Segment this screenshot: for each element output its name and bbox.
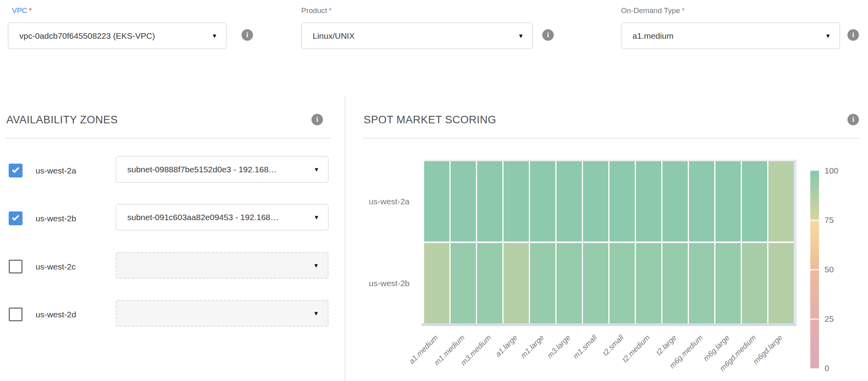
az-checkbox-us-west-2c[interactable] [9, 260, 23, 273]
heatmap-cell-us-west-2a-t2.large[interactable] [662, 161, 688, 241]
subnet-select-value: subnet-091c603aa82e09453 - 192.168… [116, 213, 313, 222]
spot-market-info-icon[interactable]: i [847, 114, 859, 125]
info-glyph: i [316, 115, 318, 124]
heatmap-cell-us-west-2a-m6gd.medium[interactable] [742, 161, 767, 241]
ondemand-type-label: On-Demand Type* [621, 6, 685, 15]
az-row: us-west-2b subnet-091c603aa82e09453 - 19… [0, 204, 340, 233]
legend-label: 25 [825, 314, 834, 324]
availability-zones-info-icon[interactable]: i [311, 114, 323, 125]
az-row: us-west-2d ▼ [0, 300, 340, 329]
panel-divider [345, 96, 345, 381]
heatmap-legend-bar [810, 171, 819, 368]
vpc-select-value: vpc-0adcb70f645508223 (EKS-VPC) [8, 31, 211, 41]
ondemand-type-info-icon[interactable]: i [847, 29, 859, 41]
info-glyph: i [246, 31, 248, 39]
heatmap-cell-us-west-2b-m3.large[interactable] [557, 243, 582, 323]
info-glyph: i [852, 115, 854, 124]
heatmap-cell-us-west-2a-m1.large[interactable] [530, 161, 555, 241]
heatmap-cell-us-west-2b-t2.small[interactable] [609, 243, 635, 323]
legend-label: 100 [825, 166, 838, 175]
heatmap-cell-us-west-2b-a1.large[interactable] [504, 243, 529, 323]
legend-label: 0 [825, 364, 829, 373]
legend-tick [810, 220, 819, 221]
availability-zones-divider [6, 138, 330, 138]
vpc-label: VPC* [12, 6, 32, 15]
legend-tick [810, 319, 819, 320]
page: VPC* vpc-0adcb70f645508223 (EKS-VPC) ▼ i… [0, 0, 868, 381]
spot-market-divider [363, 138, 861, 138]
chevron-down-icon: ▼ [313, 262, 319, 268]
az-row: us-west-2c ▼ [0, 252, 340, 281]
legend-label: 50 [825, 265, 834, 274]
heatmap-scrollbar-track[interactable] [421, 323, 796, 326]
heatmap-cell-us-west-2a-m1.medium[interactable] [451, 161, 476, 241]
heatmap-cell-us-west-2a-m1.small[interactable] [583, 161, 608, 241]
subnet-select-us-west-2a[interactable]: subnet-09888f7be5152d0e3 - 192.168… ▼ [116, 156, 328, 183]
heatmap-cell-us-west-2b-m6gd.medium[interactable] [742, 243, 767, 323]
az-checkbox-us-west-2d[interactable] [9, 307, 23, 321]
product-label: Product* [301, 6, 332, 15]
required-asterisk: * [682, 6, 685, 15]
subnet-select-us-west-2c[interactable]: ▼ [116, 252, 328, 279]
heatmap-cell-us-west-2a-t2.small[interactable] [609, 161, 635, 241]
heatmap-cell-us-west-2a-a1.medium[interactable] [424, 161, 449, 241]
legend-tick [810, 269, 819, 270]
ondemand-type-select-value: a1.medium [621, 31, 825, 41]
chevron-down-icon: ▼ [518, 33, 524, 39]
az-row: us-west-2a subnet-09888f7be5152d0e3 - 19… [0, 156, 340, 185]
heatmap-cell-us-west-2a-a1.large[interactable] [504, 161, 529, 241]
required-asterisk: * [29, 6, 32, 15]
product-label-text: Product [301, 6, 327, 15]
subnet-select-us-west-2d[interactable]: ▼ [116, 300, 328, 326]
az-zone-label: us-west-2b [36, 204, 76, 233]
required-asterisk: * [328, 6, 331, 15]
heatmap-cell-us-west-2b-m3.medium[interactable] [477, 243, 502, 323]
az-zone-label: us-west-2d [36, 300, 76, 329]
availability-zones-title: AVAILABILITY ZONES [6, 114, 118, 126]
heatmap-column-labels: a1.mediumm1.mediumm3.mediuma1.largem1.la… [424, 327, 794, 381]
chevron-down-icon: ▼ [313, 214, 319, 220]
chevron-down-icon: ▼ [825, 33, 831, 39]
heatmap-cell-us-west-2b-m1.small[interactable] [583, 243, 608, 323]
heatmap-cell-us-west-2a-t2.medium[interactable] [636, 161, 661, 241]
subnet-select-us-west-2b[interactable]: subnet-091c603aa82e09453 - 192.168… ▼ [116, 204, 328, 230]
ondemand-type-select[interactable]: a1.medium ▼ [621, 23, 840, 49]
product-info-icon[interactable]: i [542, 29, 554, 41]
checkmark-icon [12, 166, 19, 173]
vpc-label-text: VPC [12, 6, 27, 15]
info-glyph: i [547, 31, 549, 39]
az-checkbox-us-west-2a[interactable] [9, 164, 23, 177]
az-zone-label: us-west-2c [36, 252, 76, 281]
checkmark-icon [12, 213, 19, 221]
product-select[interactable]: Linux/UNIX ▼ [301, 23, 533, 49]
heatmap-frame-right [794, 160, 796, 326]
heatmap-row-label: us-west-2b [348, 243, 415, 323]
heatmap-cell-us-west-2b-t2.medium[interactable] [636, 243, 661, 323]
heatmap-cell-us-west-2b-m6g.medium[interactable] [689, 243, 714, 323]
az-checkbox-us-west-2b[interactable] [9, 211, 23, 225]
vpc-info-icon[interactable]: i [242, 29, 253, 41]
heatmap-row-label: us-west-2a [348, 161, 415, 241]
heatmap-cell-us-west-2a-m3.medium[interactable] [477, 161, 502, 241]
heatmap-grid [424, 161, 794, 323]
heatmap-cell-us-west-2a-m6gd.large[interactable] [768, 161, 794, 241]
product-select-value: Linux/UNIX [302, 31, 518, 41]
info-glyph: i [852, 31, 854, 39]
heatmap-cell-us-west-2b-m1.medium[interactable] [451, 243, 476, 323]
vpc-select[interactable]: vpc-0adcb70f645508223 (EKS-VPC) ▼ [8, 23, 226, 49]
heatmap-cell-us-west-2a-m3.large[interactable] [557, 161, 582, 241]
heatmap-cell-us-west-2b-m6g.large[interactable] [715, 243, 741, 323]
heatmap-cell-us-west-2a-m6g.large[interactable] [715, 161, 741, 241]
heatmap-cell-us-west-2b-t2.large[interactable] [662, 243, 688, 323]
heatmap-cell-us-west-2a-m6g.medium[interactable] [689, 161, 714, 241]
spot-market-title: SPOT MARKET SCORING [364, 114, 496, 126]
heatmap-cell-us-west-2b-m6gd.large[interactable] [768, 243, 794, 323]
heatmap-cell-us-west-2b-m1.large[interactable] [530, 243, 555, 323]
heatmap-row-labels: us-west-2aus-west-2b [348, 161, 415, 323]
heatmap-column-slot: m6gd.large [768, 327, 794, 381]
chevron-down-icon: ▼ [313, 310, 319, 316]
ondemand-type-label-text: On-Demand Type [621, 6, 680, 15]
heatmap-cell-us-west-2b-a1.medium[interactable] [424, 243, 449, 323]
chevron-down-icon: ▼ [313, 166, 319, 172]
az-zone-label: us-west-2a [36, 156, 76, 185]
